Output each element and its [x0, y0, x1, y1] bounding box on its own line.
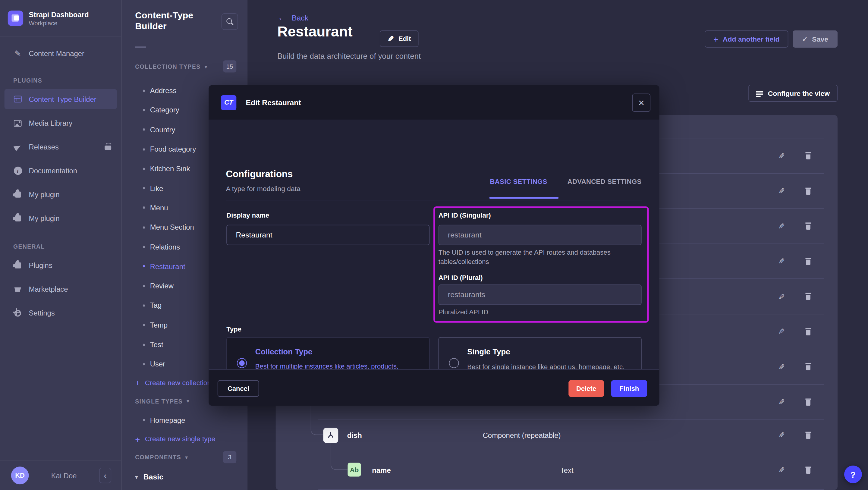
title-underline	[135, 47, 146, 48]
add-field-label: Add another field	[723, 35, 780, 43]
tab-advanced-settings[interactable]: ADVANCED SETTINGS	[567, 178, 642, 186]
trash-icon	[805, 328, 812, 335]
sidebar-item-label: My plugin	[29, 214, 60, 223]
bullet-icon	[143, 324, 145, 326]
collapse-sidebar-button[interactable]: ‹	[99, 468, 111, 483]
field-row-actions	[778, 152, 811, 160]
bullet-icon	[143, 109, 145, 111]
components-count-badge: 3	[223, 451, 236, 463]
modal-title: Edit Restaurant	[246, 98, 301, 107]
sidebar-item-label: Settings	[29, 309, 55, 317]
field-row-actions	[778, 398, 811, 406]
help-button[interactable]: ?	[844, 466, 862, 483]
bullet-icon	[143, 129, 145, 131]
edit-field-button[interactable]	[778, 293, 785, 301]
bullet-icon	[143, 167, 145, 170]
collection-type-label: Restaurant	[150, 262, 185, 271]
strapi-logo-icon	[8, 10, 23, 26]
edit-field-button[interactable]	[778, 222, 785, 230]
bullet-icon	[143, 246, 145, 248]
edit-button[interactable]: Edit	[380, 30, 418, 47]
delete-field-button[interactable]	[805, 363, 812, 370]
edit-field-button[interactable]	[778, 398, 785, 406]
display-name-input[interactable]	[226, 225, 430, 245]
back-link[interactable]: Back	[277, 12, 308, 23]
single-type-item[interactable]: Homepage	[122, 410, 247, 430]
delete-field-button[interactable]	[805, 398, 812, 406]
field-row-actions	[778, 363, 811, 371]
edit-field-button[interactable]	[778, 328, 785, 335]
field-row-actions	[778, 222, 811, 231]
sidebar-item-my-plugin-1[interactable]: My plugin	[0, 183, 121, 207]
component-group-basic[interactable]: ▾ Basic	[122, 466, 247, 488]
components-header[interactable]: COMPONENTS ▾ 3	[135, 448, 234, 466]
delete-field-button[interactable]	[805, 152, 812, 159]
content-manager-icon	[13, 49, 22, 58]
edit-field-button[interactable]	[778, 257, 785, 265]
collection-types-header[interactable]: COLLECTION TYPES ▾ 15	[135, 60, 234, 73]
trash-icon	[805, 432, 812, 439]
configure-view-button[interactable]: Configure the view	[748, 85, 838, 102]
field-row-actions	[778, 187, 811, 195]
add-another-field-button[interactable]: Add another field	[705, 30, 788, 48]
radio-unselected-icon[interactable]	[449, 358, 459, 368]
sidebar-item-settings[interactable]: Settings	[0, 301, 121, 325]
edit-field-button[interactable]	[778, 363, 785, 371]
sidebar-item-releases[interactable]: Releases	[0, 135, 121, 159]
collection-type-label: Like	[150, 184, 163, 192]
field-type: Component (repeatable)	[483, 431, 561, 440]
delete-field-button[interactable]	[805, 258, 812, 265]
field-name: name	[372, 466, 391, 474]
sidebar-item-content-manager[interactable]: Content Manager	[0, 41, 121, 65]
delete-field-button[interactable]	[805, 432, 812, 439]
delete-field-button[interactable]	[805, 222, 812, 229]
api-id-plural-input[interactable]	[438, 284, 642, 305]
sidebar-item-documentation[interactable]: i Documentation	[0, 159, 121, 183]
api-id-singular-hint: The UID is used to generate the API rout…	[438, 248, 637, 266]
sidebar-item-my-plugin-2[interactable]: My plugin	[0, 207, 121, 230]
save-button[interactable]: Save	[793, 30, 838, 48]
sidebar-item-label: My plugin	[29, 190, 60, 199]
chevron-down-icon: ▾	[135, 474, 138, 480]
delete-field-button[interactable]	[805, 466, 812, 473]
collection-count-badge: 15	[223, 60, 237, 72]
create-single-type-link[interactable]: + Create new single type	[122, 430, 247, 449]
edit-field-button[interactable]	[778, 466, 785, 474]
row-separator	[318, 419, 824, 420]
field-row-actions	[778, 466, 811, 474]
delete-field-button[interactable]	[805, 328, 812, 335]
trash-icon	[805, 152, 812, 159]
close-modal-button[interactable]	[632, 93, 651, 112]
search-button[interactable]	[221, 13, 238, 30]
edit-field-button[interactable]	[778, 431, 785, 439]
layout-icon	[13, 95, 22, 103]
trash-icon	[805, 363, 812, 370]
edit-field-button[interactable]	[778, 152, 785, 160]
edit-field-button[interactable]	[778, 187, 785, 195]
check-icon	[802, 35, 807, 43]
collection-type-label: Test	[150, 340, 163, 349]
sidebar-item-marketplace[interactable]: Marketplace	[0, 277, 121, 301]
api-id-singular-input[interactable]	[438, 225, 642, 245]
plugins-section-label: PLUGINS	[13, 73, 121, 87]
radio-selected-icon[interactable]	[237, 358, 247, 368]
api-id-singular-label: API ID (Singular)	[438, 212, 491, 219]
finish-button[interactable]: Finish	[611, 380, 647, 397]
delete-button[interactable]: Delete	[568, 380, 604, 397]
chevron-down-icon: ▾	[187, 398, 189, 404]
bullet-icon	[143, 187, 145, 189]
delete-field-button[interactable]	[805, 293, 812, 300]
modal-header: CT Edit Restaurant	[209, 85, 659, 120]
avatar[interactable]: KD	[11, 466, 29, 484]
collection-type-label: Menu	[150, 204, 168, 212]
tab-basic-settings[interactable]: BASIC SETTINGS	[490, 178, 547, 186]
cancel-button[interactable]: Cancel	[218, 380, 259, 397]
delete-field-button[interactable]	[805, 187, 812, 195]
collection-types-label: COLLECTION TYPES	[135, 63, 200, 70]
collection-type-label: Relations	[150, 243, 180, 251]
sidebar-item-media-library[interactable]: Media Library	[0, 111, 121, 135]
sidebar-item-content-type-builder[interactable]: Content-Type Builder	[4, 89, 117, 109]
workspace-brand[interactable]: Strapi Dashboard Workplace	[0, 0, 121, 36]
sidebar-item-plugins[interactable]: Plugins	[0, 253, 121, 277]
back-label: Back	[292, 13, 308, 22]
